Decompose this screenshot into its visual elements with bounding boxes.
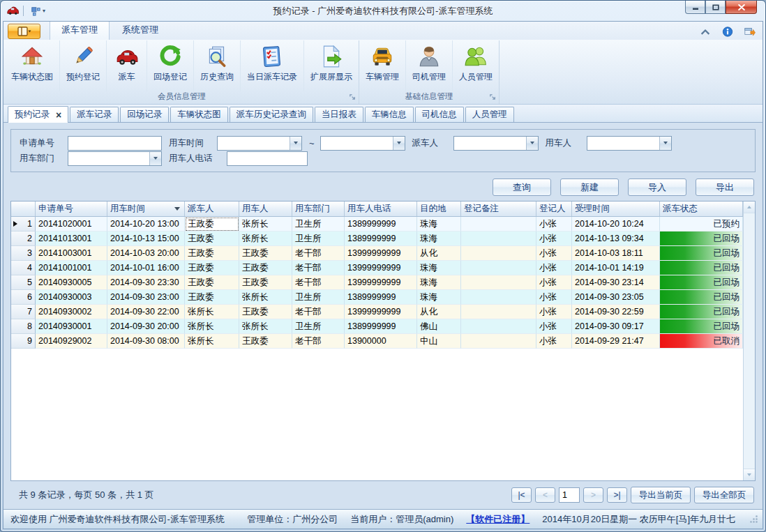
license-registered-link[interactable]: 【软件已注册】 xyxy=(466,513,530,526)
cell-dispatch-status[interactable]: 已回场 xyxy=(660,231,743,246)
cell-car-user[interactable]: 王政委 xyxy=(239,275,292,290)
cell-accept-time[interactable]: 2014-09-30 22:59 xyxy=(572,305,660,319)
cell-request-no[interactable]: 20140930002 xyxy=(36,305,107,319)
cell-use-time[interactable]: 2014-10-01 16:00 xyxy=(107,261,185,275)
cell-dispatcher[interactable]: 张所长 xyxy=(185,334,239,349)
cell-destination[interactable]: 珠海 xyxy=(417,290,461,305)
cell-registrar[interactable]: 小张 xyxy=(536,217,572,231)
cell-register-remark[interactable] xyxy=(461,217,536,231)
ribbon-button-vehicle-management[interactable]: 车辆管理 xyxy=(359,40,406,91)
request-no-input[interactable] xyxy=(68,136,162,151)
resize-grip[interactable] xyxy=(749,515,758,524)
department-combo[interactable] xyxy=(68,151,162,166)
cell-dispatch-status[interactable]: 已回场 xyxy=(660,261,743,275)
cell-car-user[interactable]: 王政委 xyxy=(239,246,292,261)
dispatcher-combo-input[interactable] xyxy=(454,137,526,150)
ribbon-button-reservation-register[interactable]: 预约登记 xyxy=(60,40,107,91)
cell-registrar[interactable]: 小张 xyxy=(536,305,572,319)
cell-user-phone[interactable]: 1389999999 xyxy=(345,319,417,334)
minimize-button[interactable] xyxy=(685,1,705,14)
info-button[interactable] xyxy=(722,26,733,37)
car-user-dropdown-button[interactable] xyxy=(659,137,671,150)
cell-register-remark[interactable] xyxy=(461,290,536,305)
car-user-combo[interactable] xyxy=(587,136,672,151)
filter-dropdown-icon[interactable] xyxy=(174,207,180,211)
row-indicator[interactable]: 7 xyxy=(11,305,36,319)
dialog-launcher-icon[interactable] xyxy=(349,93,356,101)
department-combo-input[interactable] xyxy=(68,152,149,165)
cell-department[interactable]: 卫生所 xyxy=(292,319,345,334)
cell-car-user[interactable]: 王政委 xyxy=(239,305,292,319)
cell-use-time[interactable]: 2014-09-30 08:00 xyxy=(107,334,185,349)
use-time-to-dropdown-button[interactable] xyxy=(393,137,405,150)
cell-accept-time[interactable]: 2014-09-30 23:05 xyxy=(572,290,660,305)
cell-destination[interactable]: 珠海 xyxy=(417,231,461,246)
cell-accept-time[interactable]: 2014-10-20 10:24 xyxy=(572,217,660,231)
ribbon-button-dispatch[interactable]: 派车 xyxy=(107,40,147,91)
style-window-button[interactable] xyxy=(744,26,756,37)
cell-registrar[interactable]: 小张 xyxy=(536,261,572,275)
use-time-to-combo[interactable] xyxy=(320,136,405,151)
cell-accept-time[interactable]: 2014-09-29 21:47 xyxy=(572,334,660,349)
export-all-pages-button[interactable]: 导出全部页 xyxy=(694,487,754,503)
cell-user-phone[interactable]: 13999999999 xyxy=(345,246,417,261)
cell-dispatcher[interactable]: 张所长 xyxy=(185,305,239,319)
doc-tab-vehicle-status-chart[interactable]: 车辆状态图 xyxy=(170,107,228,122)
cell-dispatcher[interactable]: 王政委 xyxy=(185,275,239,290)
column-header-request-no[interactable]: 申请单号 xyxy=(36,202,107,216)
ribbon-button-vehicle-status-chart[interactable]: 车辆状态图 xyxy=(5,40,60,91)
close-button[interactable] xyxy=(726,1,757,14)
prev-page-button[interactable]: < xyxy=(535,487,555,503)
department-dropdown-button[interactable] xyxy=(149,152,161,165)
last-page-button[interactable]: >| xyxy=(607,487,627,503)
cell-use-time[interactable]: 2014-10-20 13:00 xyxy=(107,217,185,231)
cell-department[interactable]: 卫生所 xyxy=(292,217,345,231)
cell-destination[interactable]: 珠海 xyxy=(417,275,461,290)
cell-user-phone[interactable]: 1389999999 xyxy=(345,231,417,246)
row-indicator[interactable]: 1 xyxy=(11,217,36,231)
ribbon-button-extended-screen-display[interactable]: 扩展屏显示 xyxy=(304,40,359,91)
cell-registrar[interactable]: 小张 xyxy=(536,319,572,334)
use-time-from-combo-input[interactable] xyxy=(218,137,290,150)
cell-department[interactable]: 卫生所 xyxy=(292,290,345,305)
cell-department[interactable]: 老干部 xyxy=(292,305,345,319)
doc-tab-return-records[interactable]: 回场记录 xyxy=(120,107,169,122)
cell-request-no[interactable]: 20140930005 xyxy=(36,275,107,290)
grid-vertical-scrollbar[interactable] xyxy=(743,202,755,480)
query-button[interactable]: 查询 xyxy=(493,178,551,196)
cell-department[interactable]: 老干部 xyxy=(292,334,345,349)
cell-accept-time[interactable]: 2014-10-13 09:34 xyxy=(572,231,660,246)
row-indicator[interactable]: 5 xyxy=(11,275,36,290)
column-header-accept-time[interactable]: 受理时间 xyxy=(572,202,660,216)
ribbon-button-return-register[interactable]: 回场登记 xyxy=(147,40,194,91)
cell-department[interactable]: 老干部 xyxy=(292,261,345,275)
cell-registrar[interactable]: 小张 xyxy=(536,290,572,305)
scroll-up-button[interactable] xyxy=(744,202,755,213)
cell-user-phone[interactable]: 13900000 xyxy=(345,334,417,349)
cell-destination[interactable]: 佛山 xyxy=(417,319,461,334)
column-header-use-time[interactable]: 用车时间 xyxy=(107,202,185,216)
row-indicator[interactable]: 6 xyxy=(11,290,36,305)
cell-destination[interactable]: 从化 xyxy=(417,305,461,319)
cell-dispatcher[interactable]: 王政委 xyxy=(185,231,239,246)
tab-close-icon[interactable]: × xyxy=(56,110,61,120)
column-header-indicator[interactable] xyxy=(11,202,36,216)
cell-destination[interactable]: 中山 xyxy=(417,334,461,349)
cell-dispatcher[interactable]: 王政委 xyxy=(185,217,239,231)
doc-tab-daily-report[interactable]: 当日报表 xyxy=(315,107,363,122)
cell-use-time[interactable]: 2014-09-30 23:00 xyxy=(107,290,185,305)
cell-car-user[interactable]: 王政委 xyxy=(239,261,292,275)
doc-tab-driver-info[interactable]: 司机信息 xyxy=(415,107,464,122)
collapse-ribbon-button[interactable] xyxy=(700,26,711,37)
doc-tab-personnel-management[interactable]: 人员管理 xyxy=(465,107,514,122)
car-user-combo-input[interactable] xyxy=(587,137,659,150)
ribbon-button-today-dispatch-records[interactable]: 当日派车记录 xyxy=(241,40,304,91)
cell-registrar[interactable]: 小张 xyxy=(536,246,572,261)
column-header-dispatcher[interactable]: 派车人 xyxy=(185,202,239,216)
new-button[interactable]: 新建 xyxy=(560,178,619,196)
cell-department[interactable]: 老干部 xyxy=(292,275,345,290)
cell-register-remark[interactable] xyxy=(461,319,536,334)
cell-user-phone[interactable]: 13999999999 xyxy=(345,305,417,319)
quick-access-toolbar-button[interactable]: ▾ xyxy=(29,6,47,17)
cell-request-no[interactable]: 20140930001 xyxy=(36,319,107,334)
